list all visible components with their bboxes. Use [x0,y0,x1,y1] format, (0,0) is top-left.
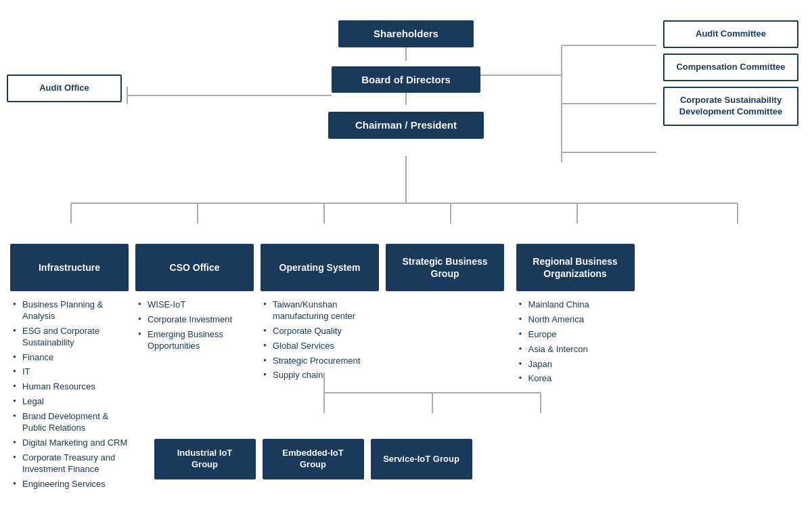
list-item: Corporate Quality [263,326,379,337]
shareholders-label: Shareholders [374,28,438,39]
audit-committee-box: Audit Committee [663,20,798,48]
list-item: Mainland China [519,299,635,311]
list-item: Business Planning & Analysis [13,299,129,322]
cso-list: WISE-IoT Corporate Investment Emerging B… [135,299,254,356]
service-iot-box: Service-IoT Group [371,439,472,479]
list-item: North America [519,314,635,326]
audit-office-container: Audit Office [7,74,122,102]
cso-header: CSO Office [135,244,254,291]
list-item: Supply chain [263,370,379,381]
v-connector [405,93,407,105]
list-item: Corporate Treasury and Investment Financ… [13,452,129,475]
committees-container: Audit Committee Compensation Committee C… [663,20,805,126]
infrastructure-label: Infrastructure [39,261,100,274]
list-item: Corporate Investment [138,314,254,326]
service-iot-label: Service-IoT Group [383,454,459,465]
strategic-header: Strategic Business Group [386,244,504,291]
list-item: Asia & Intercon [519,344,635,356]
list-item: ESG and Corporate Sustainability [13,326,129,349]
operating-col: Operating System Taiwan/Kunshan manufact… [257,244,382,493]
list-item: Finance [13,352,129,364]
audit-office-label: Audit Office [39,83,89,93]
list-item: Europe [519,329,635,341]
list-item: Digital Marketing and CRM [13,437,129,449]
list-item: Korea [519,373,635,385]
chairman-box: Chairman / President [328,112,484,139]
operating-label: Operating System [279,261,361,274]
sustainability-committee-box: Corporate Sustainability Development Com… [663,87,798,126]
list-item: Legal [13,396,129,408]
list-item: Global Services [263,341,379,352]
regional-list: Mainland China North America Europe Asia… [516,299,635,388]
list-item: Engineering Services [13,479,129,490]
sustainability-committee-label: Corporate Sustainability Development Com… [679,95,782,116]
cso-label: CSO Office [170,261,220,274]
compensation-committee-box: Compensation Committee [663,53,798,81]
operating-header: Operating System [261,244,379,291]
embedded-iot-label: Embedded-IoT Group [273,448,353,471]
list-item: WISE-IoT [138,299,254,311]
v-connector [405,47,407,60]
regional-col: Regional Business Organizations Mainland… [508,244,643,493]
board-label: Board of Directors [361,74,451,85]
compensation-committee-label: Compensation Committee [676,62,785,72]
audit-committee-label: Audit Committee [696,28,766,39]
regional-header: Regional Business Organizations [516,244,635,291]
infrastructure-header: Infrastructure [10,244,129,291]
embedded-iot-box: Embedded-IoT Group [263,439,364,479]
list-item: Taiwan/Kunshan manufacturing center [263,299,379,322]
iot-section: Industrial IoT Group Embedded-IoT Group … [154,439,486,479]
chairman-label: Chairman / President [355,119,457,131]
list-item: Brand Development & Public Relations [13,411,129,434]
iot-row: Industrial IoT Group Embedded-IoT Group … [154,439,486,479]
list-item: Strategic Procurement [263,356,379,367]
list-item: IT [13,366,129,378]
industrial-iot-box: Industrial IoT Group [154,439,256,479]
infrastructure-list: Business Planning & Analysis ESG and Cor… [10,299,129,493]
infrastructure-col: Infrastructure Business Planning & Analy… [7,244,132,493]
regional-label: Regional Business Organizations [527,255,624,280]
list-item: Japan [519,359,635,370]
operating-list: Taiwan/Kunshan manufacturing center Corp… [261,299,379,385]
shareholders-box: Shareholders [338,20,474,47]
departments-section: Infrastructure Business Planning & Analy… [7,223,805,493]
industrial-iot-label: Industrial IoT Group [165,448,245,471]
board-box: Board of Directors [332,66,480,93]
strategic-label: Strategic Business Group [397,255,493,280]
audit-office-box: Audit Office [7,74,122,102]
list-item: Human Resources [13,381,129,393]
list-item: Emerging Business Opportunities [138,329,254,352]
